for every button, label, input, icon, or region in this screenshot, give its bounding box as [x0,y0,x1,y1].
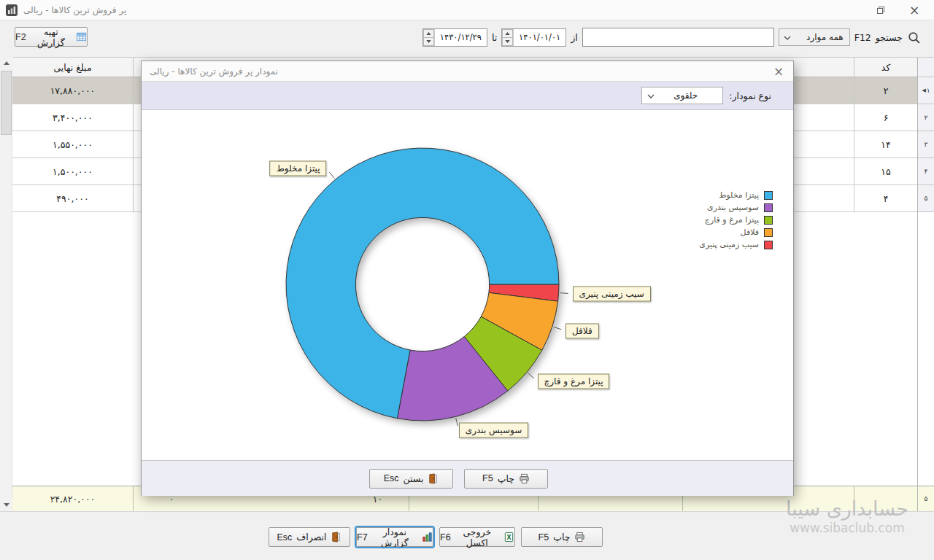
cell-amount: ۱۷,۸۸۰,۰۰۰ [12,77,134,104]
date-to-value: ۱۴۳۰/۱۲/۲۹ [435,29,487,46]
svg-text:X: X [506,534,512,541]
chart-type-row: نوع نمودار: حلقوی [142,82,793,110]
date-to-field[interactable]: ۱۴۳۰/۱۲/۲۹ [422,28,487,47]
cell-amount: ۴۹۰,۰۰۰ [12,185,134,211]
slice-label: پیتزا مرغ و قارچ [538,373,610,389]
slice-label: سیب زمینی پنیری [573,286,651,301]
report-chart-button[interactable]: نمودار گزارش F7 [356,527,433,547]
total-amount: ۲۴,۸۲۰,۰۰۰ [12,486,134,511]
printer-icon [519,473,530,484]
dialog-close-icon[interactable]: × [771,63,787,79]
legend-label: پیتزا مخلوط [719,190,759,200]
cell-code: ۲ [854,77,917,104]
door-exit-icon [428,473,439,484]
excel-key: F6 [440,532,451,542]
cell-code: ۱۵ [854,158,917,184]
print-key: F5 [539,532,549,542]
dialog-close-label: بستن [403,473,423,484]
date-from-spinner [502,29,514,46]
cell-code: ۴ [854,185,917,211]
legend-item: سوسیس بندری [699,203,773,212]
legend-item: سیب زمینی پنیری [699,240,773,249]
row-number[interactable]: ◀ ۱ [918,77,934,104]
column-header-code[interactable]: کد [854,58,917,77]
slice-callout-line [528,373,534,378]
donut-chart-svg [142,110,793,460]
dialog-print-label: چاپ [498,473,514,484]
window-title: پر فروش ترین کالاها - ریالی [23,0,126,20]
scroll-down-button[interactable] [0,499,12,511]
chart-type-value: حلقوی [655,90,717,101]
legend-swatch [764,228,773,237]
search-key: F12 [854,32,871,43]
slice-callout-line [554,327,561,329]
vertical-scrollbar[interactable] [0,57,12,511]
legend-label: سیب زمینی پنیری [699,240,759,249]
slice-callout-line [560,293,568,294]
chart-type-label: نوع نمودار: [729,90,771,101]
close-window-button[interactable]: × [903,3,925,18]
spin-down-button[interactable] [502,38,513,46]
search-label: جستجو [876,32,903,43]
excel-label: خروجی اکسل [455,526,499,548]
slice-label: سوسیس بندری [459,422,529,438]
legend-label: پیتزا مرغ و قارچ [705,215,759,225]
bar-chart-icon [422,532,433,542]
brand-url: www.sibaclub.com [768,521,927,535]
chart-type-select[interactable]: حلقوی [641,87,723,104]
row-header-strip: ◀ ۱ ۲ ۳ ۴ ۵ ۵ [917,58,934,512]
brand-block: حسابداری سیبا www.sibaclub.com [768,498,927,535]
legend-item: پیتزا مرغ و قارچ [699,215,773,225]
scroll-up-button[interactable] [0,57,12,69]
spin-up-button[interactable] [423,29,434,38]
print-button[interactable]: چاپ F5 [521,527,603,547]
chart-legend: پیتزا مخلوط سوسیس بندری پیتزا مرغ و قارچ… [699,190,773,249]
chevron-down-icon [647,90,655,101]
report-chart-key: F7 [357,532,368,542]
date-from-value: ۱۴۰۱/۰۱/۰۱ [514,29,566,46]
dialog-print-button[interactable]: چاپ F5 [464,469,548,489]
legend-swatch [764,203,773,212]
column-header-amount[interactable]: مبلغ نهایی [12,58,134,77]
excel-export-button[interactable]: X خروجی اکسل F6 [439,527,515,547]
cell-code: ۱۴ [854,131,917,158]
slice-label: پیتزا مخلوط [270,161,327,176]
prepare-report-key: F2 [15,32,26,42]
dialog-title: نمودار پر فروش ترین کالاها - ریالی [150,61,278,82]
cell-amount: ۱,۵۰۰,۰۰۰ [12,158,134,184]
app-icon [6,4,18,16]
date-from-field[interactable]: ۱۴۰۱/۰۱/۰۱ [501,28,566,47]
date-from-label: از [571,32,578,43]
legend-item: پیتزا مخلوط [699,190,773,200]
spin-up-button[interactable] [502,29,513,38]
search-filter-select[interactable]: همه موارد [779,28,850,46]
current-row-marker-icon: ◀ [922,88,925,93]
cancel-label: انصراف [296,532,326,542]
row-number[interactable]: ۴ [918,158,934,185]
row-number[interactable]: ۳ [918,131,934,158]
brand-name: حسابداری سیبا [768,498,927,520]
spin-down-button[interactable] [423,38,434,46]
prepare-report-button[interactable]: تهیه گزارش F2 [15,27,88,47]
slice-callout-line [456,418,458,426]
grid-report-icon [76,31,87,42]
dialog-close-button[interactable]: بستن Esc [369,469,453,489]
slice-label: فلافل [566,323,599,338]
legend-label: فلافل [741,228,759,237]
toolbar: تهیه گزارش F2 جستجو F12 همه موارد از ۱۴۰… [0,20,934,56]
scroll-thumb[interactable] [1,71,12,135]
dialog-footer: چاپ F5 بستن Esc [142,460,793,496]
cell-amount: ۳,۴۰۰,۰۰۰ [12,104,134,131]
report-chart-label: نمودار گزارش [372,526,417,548]
search-input[interactable] [582,28,774,47]
row-number[interactable]: ۲ [918,104,934,131]
cancel-button[interactable]: انصراف Esc [269,527,350,547]
slice-callout-line [329,172,334,178]
chart-plot-area: پیتزا مخلوط سوسیس بندری پیتزا مرغ و قارچ… [142,110,793,460]
legend-label: سوسیس بندری [707,203,759,212]
legend-item: فلافل [699,228,773,237]
cell-amount: ۱,۵۵۰,۰۰۰ [12,131,134,158]
restore-window-button[interactable] [870,3,892,18]
row-number[interactable]: ۵ [918,185,934,212]
row-header-corner [918,58,934,77]
